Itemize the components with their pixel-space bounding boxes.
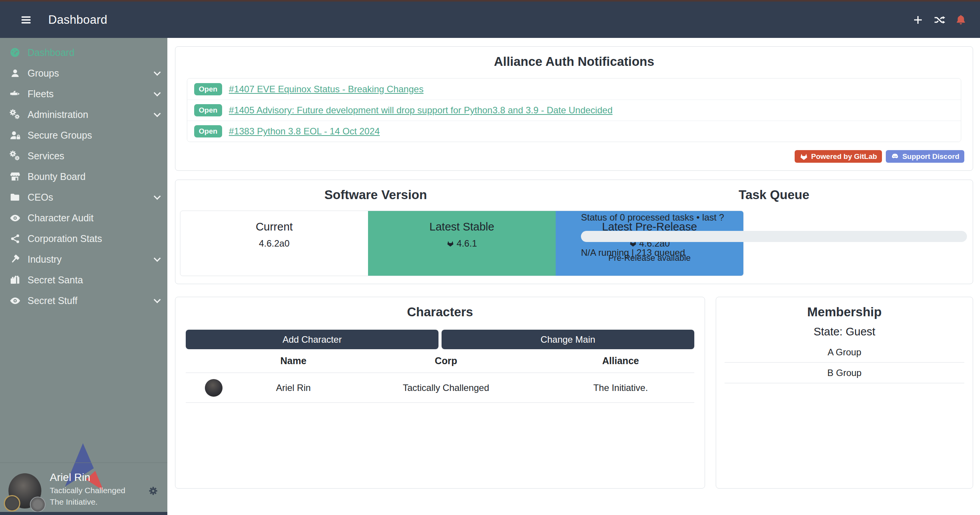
sidebar-item-groups[interactable]: Groups <box>0 63 167 83</box>
shuffle-icon[interactable] <box>933 14 946 26</box>
character-corp: Tactically Challenged <box>345 383 547 393</box>
sidebar-item-secret-stuff[interactable]: Secret Stuff <box>0 290 167 311</box>
table-row: Ariel Rin Tactically Challenged The Init… <box>186 373 694 403</box>
add-character-button[interactable]: Add Character <box>186 330 438 349</box>
sidebar-item-bounty-board[interactable]: Bounty Board <box>0 166 167 187</box>
notifications-list: Open #1407 EVE Equinox Status - Breaking… <box>187 78 961 142</box>
sidebar-item-label: Secret Santa <box>28 275 83 286</box>
gear-icon[interactable] <box>147 485 159 497</box>
notifications-footer: Powered by GitLab Support Discord <box>795 150 964 163</box>
hammer-icon <box>8 253 21 265</box>
character-name: Ariel Rin <box>242 383 345 393</box>
sidebar-item-administration[interactable]: Administration <box>0 104 167 125</box>
sidebar-item-character-audit[interactable]: Character Audit <box>0 208 167 228</box>
task-queue-summary: N/A running | 213 queued <box>581 247 967 258</box>
sidebar-item-industry[interactable]: Industry <box>0 249 167 270</box>
gifts-icon <box>8 274 21 286</box>
gitlab-icon <box>800 152 808 161</box>
sidebar: Dashboard Groups Fleets Administration S… <box>0 38 167 515</box>
sidebar-item-label: Industry <box>28 254 62 265</box>
list-item: A Group <box>725 342 964 363</box>
support-discord-badge[interactable]: Support Discord <box>886 150 964 163</box>
user-panel[interactable]: Ariel Rin Tactically Challenged The Init… <box>0 463 167 512</box>
characters-title: Characters <box>175 305 705 319</box>
sidebar-item-secret-santa[interactable]: Secret Santa <box>0 270 167 290</box>
eye-icon <box>8 212 21 224</box>
version-label: Latest Stable <box>368 221 556 233</box>
sidebar-item-label: CEOs <box>28 192 53 203</box>
status-badge: Open <box>194 125 222 137</box>
software-version-title: Software Version <box>175 188 576 202</box>
task-queue-title: Task Queue <box>581 188 967 202</box>
bell-icon[interactable] <box>955 14 967 26</box>
sidebar-bottom-strip <box>0 512 167 515</box>
version-current-cell: Current 4.6.2a0 <box>180 211 368 276</box>
cogs-icon <box>8 150 21 162</box>
corp-column-header: Corp <box>345 355 547 366</box>
sidebar-item-services[interactable]: Services <box>0 146 167 166</box>
task-queue-status: Status of 0 processed tasks • last ? <box>581 212 967 223</box>
top-navbar: Dashboard <box>0 2 980 38</box>
membership-card: Membership State: Guest A Group B Group <box>716 297 973 489</box>
membership-state: State: Guest <box>716 325 973 338</box>
version-value: 4.6.2a0 <box>259 238 290 249</box>
folder-icon <box>8 191 21 203</box>
chevron-down-icon <box>154 89 160 96</box>
sidebar-item-label: Groups <box>28 68 59 79</box>
shuttle-icon <box>8 88 21 100</box>
sidebar-item-fleets[interactable]: Fleets <box>0 83 167 104</box>
powered-by-gitlab-badge[interactable]: Powered by GitLab <box>795 150 882 163</box>
badge-label: Support Discord <box>902 152 959 161</box>
gitlab-icon <box>447 240 454 247</box>
version-value: 4.6.1 <box>456 238 477 249</box>
name-column-header: Name <box>242 355 345 366</box>
characters-buttons: Add Character Change Main <box>186 330 694 349</box>
sidebar-item-ceos[interactable]: CEOs <box>0 187 167 208</box>
sidebar-item-label: Administration <box>28 109 88 120</box>
notifications-card: Alliance Auth Notifications Open #1407 E… <box>175 46 973 171</box>
navbar-actions <box>912 2 967 38</box>
notification-item: Open #1405 Advisory: Future development … <box>187 100 961 121</box>
notification-link[interactable]: #1405 Advisory: Future development will … <box>229 105 613 116</box>
notification-link[interactable]: #1383 Python 3.8 EOL - 14 Oct 2024 <box>229 126 380 137</box>
sidebar-item-secure-groups[interactable]: Secure Groups <box>0 125 167 146</box>
alliance-column-header: Alliance <box>547 355 694 366</box>
membership-title: Membership <box>716 305 973 319</box>
user-alliance: The Initiative. <box>50 497 98 507</box>
menu-icon[interactable] <box>20 14 32 26</box>
add-icon[interactable] <box>912 14 924 26</box>
change-main-button[interactable]: Change Main <box>442 330 694 349</box>
notification-item: Open #1407 EVE Equinox Status - Breaking… <box>187 78 961 100</box>
discord-icon <box>891 152 899 161</box>
chevron-down-icon <box>154 255 160 262</box>
chevron-down-icon <box>154 193 160 199</box>
user-icon <box>8 67 21 79</box>
sidebar-item-label: Services <box>28 150 64 162</box>
user-lock-icon <box>8 129 21 141</box>
sidebar-item-dashboard[interactable]: Dashboard <box>0 42 167 63</box>
share-icon <box>8 233 21 244</box>
badge-label: Powered by GitLab <box>811 152 877 161</box>
characters-card: Characters Add Character Change Main Nam… <box>175 297 705 489</box>
notification-item: Open #1383 Python 3.8 EOL - 14 Oct 2024 <box>187 121 961 142</box>
sidebar-item-label: Dashboard <box>28 47 74 58</box>
membership-groups-list: A Group B Group <box>725 342 964 383</box>
sidebar-menu: Dashboard Groups Fleets Administration S… <box>0 38 167 311</box>
user-corp: Tactically Challenged <box>50 486 125 495</box>
cogs-icon <box>8 109 21 120</box>
list-item: B Group <box>725 363 964 383</box>
character-alliance: The Initiative. <box>547 383 694 393</box>
notifications-title: Alliance Auth Notifications <box>175 54 973 69</box>
sidebar-item-label: Fleets <box>28 88 54 100</box>
task-queue-progressbar <box>581 231 967 242</box>
main-content: Alliance Auth Notifications Open #1407 E… <box>167 38 980 515</box>
sidebar-item-corporation-stats[interactable]: Corporation Stats <box>0 228 167 249</box>
characters-table-header: Name Corp Alliance <box>186 349 694 373</box>
alliance-logo-badge <box>30 497 46 512</box>
notification-link[interactable]: #1407 EVE Equinox Status - Breaking Chan… <box>229 84 424 95</box>
software-version-card: Software Version Current 4.6.2a0 Latest … <box>175 180 973 284</box>
task-queue-section: Task Queue Status of 0 processed tasks •… <box>576 180 973 284</box>
page-title: Dashboard <box>48 13 107 27</box>
version-stable-cell: Latest Stable 4.6.1 <box>368 211 556 276</box>
chevron-down-icon <box>154 296 160 303</box>
